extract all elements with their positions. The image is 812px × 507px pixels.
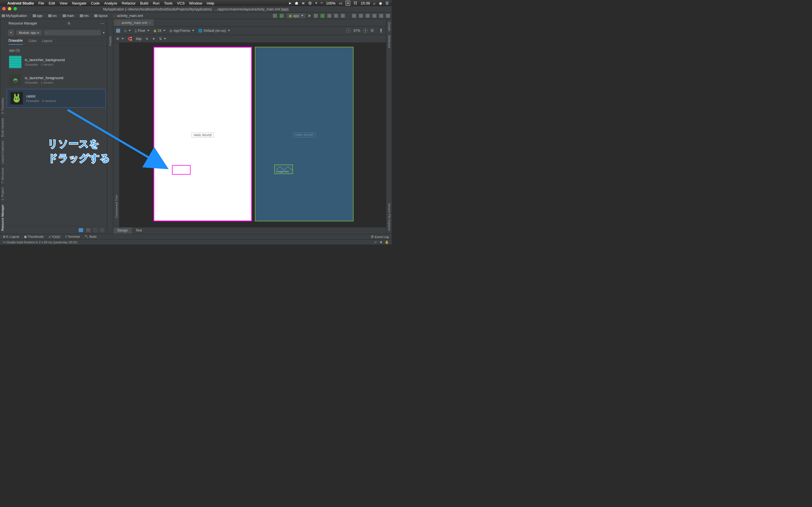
wifi-icon[interactable]: ⌔	[320, 1, 323, 5]
warnings-icon[interactable]: ❕	[379, 29, 383, 33]
menu-window[interactable]: Window	[189, 1, 202, 5]
stop-icon[interactable]	[341, 14, 345, 18]
battery-icon[interactable]: ▭	[339, 1, 342, 5]
tab-drawable[interactable]: Drawable	[8, 39, 23, 45]
imageview-blueprint[interactable]: ImageView	[274, 165, 293, 174]
docker-icon[interactable]: ≋	[302, 1, 305, 5]
search-everywhere-icon[interactable]	[372, 14, 376, 18]
siri-icon[interactable]: ◉	[379, 1, 382, 5]
profile-icon[interactable]	[327, 14, 331, 18]
magnet-icon[interactable]: 🧲	[128, 37, 132, 41]
clock-day[interactable]: 日	[354, 1, 357, 6]
status-tray-icon[interactable]: ⦿	[308, 1, 312, 5]
tool-gradle[interactable]: Gradle	[387, 22, 391, 31]
crumb-src[interactable]: src	[48, 14, 57, 18]
grid-view-icon[interactable]	[86, 228, 91, 232]
menu-navigate[interactable]: Navigate	[72, 1, 86, 5]
debug-icon[interactable]	[320, 14, 324, 18]
run-button[interactable]	[308, 14, 311, 17]
attach-debugger-icon[interactable]	[334, 14, 338, 18]
zoom-fit-icon[interactable]: ⦿	[370, 29, 374, 33]
menu-run[interactable]: Run	[153, 1, 160, 5]
clock-time[interactable]: 15:39	[361, 1, 370, 5]
menu-file[interactable]: File	[38, 1, 44, 5]
window-minimize[interactable]	[8, 7, 11, 10]
view-options-icon[interactable]: 👁	[116, 37, 124, 41]
tool-structure[interactable]: 7: Structure	[1, 168, 5, 184]
zoom-out-icon[interactable]: −	[93, 228, 97, 232]
tool-layout-captures[interactable]: Layout Captures	[1, 141, 5, 164]
toolbar-icon[interactable]	[366, 14, 370, 18]
zoom-out-icon[interactable]: −	[346, 29, 351, 33]
menu-code[interactable]: Code	[91, 1, 100, 5]
tool-terminal[interactable]: ⌑ Terminal	[65, 235, 80, 238]
status-tray-icon[interactable]: ☗	[295, 1, 298, 5]
crumb-file[interactable]: ⬚activity_main.xml	[113, 14, 143, 18]
hide-panel-icon[interactable]: —	[101, 21, 104, 25]
notification-center-icon[interactable]: ☰	[386, 1, 389, 5]
resource-item-selected[interactable]: rabbit Drawable6 versions	[7, 89, 106, 108]
blueprint-surface[interactable]: Hello World! ImageView	[255, 47, 354, 221]
avd-manager-icon[interactable]	[352, 14, 356, 18]
menu-view[interactable]: View	[59, 1, 67, 5]
filter-icon[interactable]: ▾	[103, 31, 105, 35]
bluetooth-icon[interactable]: ⌖	[315, 1, 317, 5]
tool-favorites[interactable]: 2: Favorites	[1, 98, 5, 114]
menu-vcs[interactable]: VCS	[177, 1, 185, 5]
make-project-icon[interactable]	[273, 14, 277, 18]
clear-constraints-icon[interactable]: ✕	[146, 37, 148, 41]
tab-layout[interactable]: Layout	[42, 39, 52, 45]
window-close[interactable]	[2, 7, 6, 10]
sync-icon[interactable]	[280, 14, 284, 18]
tab-text[interactable]: Text	[132, 227, 146, 234]
tool-logcat[interactable]: ≣ 6: Logcat	[3, 235, 19, 238]
run-config-selector[interactable]: ▣app	[287, 13, 306, 18]
resource-item[interactable]: ◓ ic_launcher_foreground Drawable1 versi…	[6, 71, 107, 89]
spotlight-icon[interactable]: ⌕	[373, 1, 375, 5]
zoom-in-icon[interactable]: +	[363, 29, 368, 33]
app-menu-title[interactable]: Android Studio	[7, 1, 34, 5]
orientation-selector[interactable]: ◇	[124, 29, 131, 33]
menu-help[interactable]: Help	[207, 1, 214, 5]
crumb-app[interactable]: app	[33, 14, 43, 18]
default-margin[interactable]: 8dp	[136, 37, 142, 41]
tool-thumbnails[interactable]: ▣ Thumbnails	[24, 235, 44, 238]
toolbar-icon[interactable]	[379, 14, 383, 18]
menu-analyze[interactable]: Analyze	[104, 1, 117, 5]
apply-changes-icon[interactable]	[314, 14, 318, 18]
crumb-main[interactable]: main	[63, 14, 74, 18]
drop-target-rect[interactable]	[172, 165, 191, 175]
api-selector[interactable]: ▣ 28	[153, 29, 165, 33]
battery-percent[interactable]: 100%	[326, 1, 336, 5]
menu-refactor[interactable]: Refactor	[122, 1, 136, 5]
list-view-icon[interactable]	[79, 228, 83, 232]
textview-hello[interactable]: Hello World!	[192, 133, 214, 138]
crumb-project[interactable]: MyApplication	[2, 14, 27, 18]
crumb-res[interactable]: res	[80, 14, 89, 18]
crumb-layout[interactable]: layout	[94, 14, 107, 18]
tab-color[interactable]: Color	[29, 39, 37, 45]
tool-device-file-explorer[interactable]: Device File Explorer	[387, 203, 391, 231]
menu-build[interactable]: Build	[140, 1, 148, 5]
event-log[interactable]: ⦿ Event Log	[371, 235, 389, 238]
device-selector[interactable]: ▯ Pixel	[135, 29, 149, 33]
gear-icon[interactable]: ⚙	[67, 21, 70, 25]
tool-attributes[interactable]: Attributes	[387, 35, 391, 48]
ide-face-icon[interactable]: ☺	[374, 240, 377, 244]
tool-build-variants[interactable]: Build Variants	[1, 118, 5, 137]
palette-label[interactable]: Palette	[109, 36, 112, 46]
add-resource-button[interactable]: +	[8, 30, 14, 36]
tool-todo[interactable]: ≡ TODO	[49, 235, 60, 238]
status-tray-icon[interactable]: ➤	[289, 1, 292, 5]
infer-constraints-icon[interactable]: ✦	[152, 37, 155, 41]
sdk-manager-icon[interactable]	[359, 14, 363, 18]
theme-selector[interactable]: ◎ AppTheme	[169, 29, 194, 33]
toolbar-icon[interactable]	[386, 14, 390, 18]
close-tab-icon[interactable]: ×	[149, 21, 151, 25]
component-tree-label[interactable]: Component Tree	[115, 195, 118, 218]
menu-tools[interactable]: Tools	[164, 1, 172, 5]
input-mode[interactable]: A	[346, 1, 350, 6]
resource-item[interactable]: ic_launcher_background Drawable1 version	[6, 53, 107, 71]
ide-face-icon[interactable]: ☻	[379, 240, 383, 244]
zoom-in-icon[interactable]: +	[100, 228, 104, 232]
